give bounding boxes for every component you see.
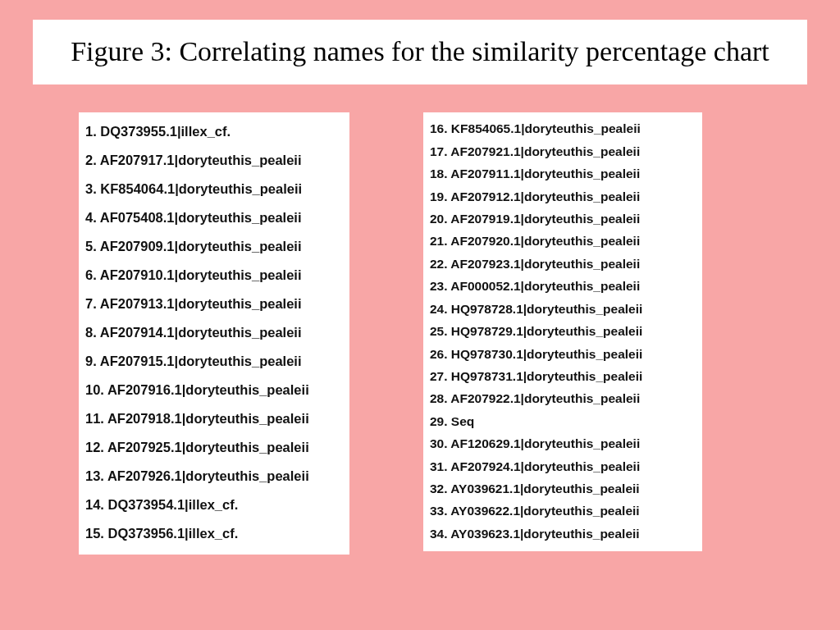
figure-title-box: Figure 3: Correlating names for the simi… — [33, 20, 807, 84]
list-item: 15. DQ373956.1|illex_cf. — [85, 519, 341, 548]
list-item: 29. Seq — [430, 410, 694, 432]
list-item: 10. AF207916.1|doryteuthis_pealeii — [85, 376, 341, 404]
name-list-left: 1. DQ373955.1|illex_cf.2. AF207917.1|dor… — [79, 112, 349, 555]
list-item: 14. DQ373954.1|illex_cf. — [85, 491, 341, 519]
list-item: 2. AF207917.1|doryteuthis_pealeii — [85, 146, 341, 175]
list-item: 28. AF207922.1|doryteuthis_pealeii — [430, 387, 694, 409]
list-item: 6. AF207910.1|doryteuthis_pealeii — [85, 261, 341, 290]
list-item: 4. AF075408.1|doryteuthis_pealeii — [85, 203, 341, 232]
figure-title: Figure 3: Correlating names for the simi… — [41, 31, 799, 71]
list-item: 16. KF854065.1|doryteuthis_pealeii — [430, 117, 694, 139]
list-item: 25. HQ978729.1|doryteuthis_pealeii — [430, 320, 694, 342]
name-list-right: 16. KF854065.1|doryteuthis_pealeii17. AF… — [423, 112, 702, 551]
list-item: 33. AY039622.1|doryteuthis_pealeii — [430, 500, 694, 522]
list-item: 17. AF207921.1|doryteuthis_pealeii — [430, 140, 694, 162]
list-item: 3. KF854064.1|doryteuthis_pealeii — [85, 175, 341, 203]
list-item: 5. AF207909.1|doryteuthis_pealeii — [85, 232, 341, 261]
list-item: 21. AF207920.1|doryteuthis_pealeii — [430, 230, 694, 252]
list-item: 8. AF207914.1|doryteuthis_pealeii — [85, 318, 341, 347]
list-item: 31. AF207924.1|doryteuthis_pealeii — [430, 455, 694, 477]
columns-wrapper: 1. DQ373955.1|illex_cf.2. AF207917.1|dor… — [33, 84, 807, 555]
list-item: 7. AF207913.1|doryteuthis_pealeii — [85, 290, 341, 318]
list-item: 30. AF120629.1|doryteuthis_pealeii — [430, 432, 694, 454]
list-item: 18. AF207911.1|doryteuthis_pealeii — [430, 162, 694, 185]
list-item: 24. HQ978728.1|doryteuthis_pealeii — [430, 298, 694, 320]
list-item: 12. AF207925.1|doryteuthis_pealeii — [85, 433, 341, 462]
list-item: 27. HQ978731.1|doryteuthis_pealeii — [430, 365, 694, 387]
list-item: 9. AF207915.1|doryteuthis_pealeii — [85, 347, 341, 376]
list-item: 11. AF207918.1|doryteuthis_pealeii — [85, 404, 341, 433]
list-item: 23. AF000052.1|doryteuthis_pealeii — [430, 275, 694, 297]
list-item: 34. AY039623.1|doryteuthis_pealeii — [430, 523, 694, 545]
list-item: 26. HQ978730.1|doryteuthis_pealeii — [430, 343, 694, 365]
list-item: 13. AF207926.1|doryteuthis_pealeii — [85, 462, 341, 491]
list-item: 20. AF207919.1|doryteuthis_pealeii — [430, 208, 694, 230]
list-item: 19. AF207912.1|doryteuthis_pealeii — [430, 185, 694, 208]
list-item: 1. DQ373955.1|illex_cf. — [85, 117, 341, 146]
list-item: 32. AY039621.1|doryteuthis_pealeii — [430, 477, 694, 500]
list-item: 22. AF207923.1|doryteuthis_pealeii — [430, 253, 694, 275]
